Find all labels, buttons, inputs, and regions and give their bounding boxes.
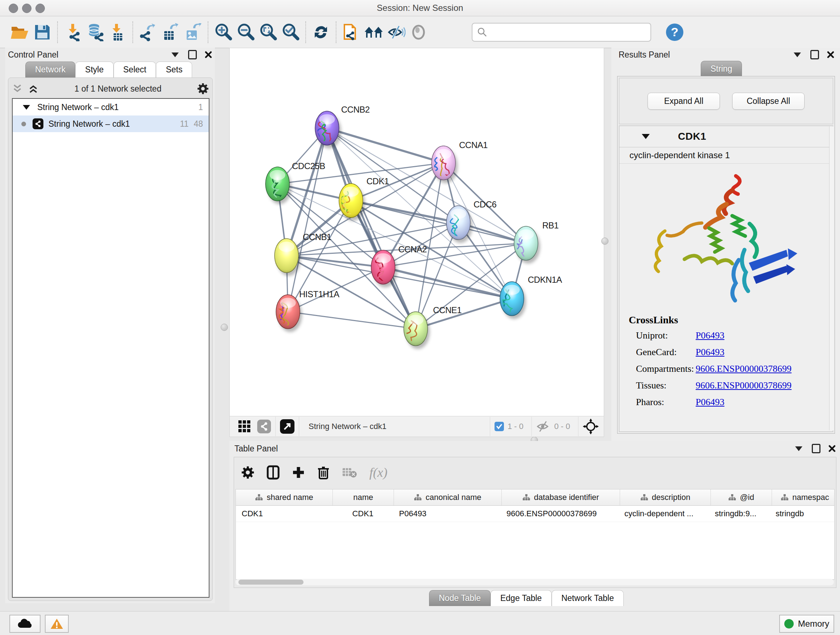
export-network-button[interactable] xyxy=(137,21,159,43)
scrollbar-thumb[interactable] xyxy=(238,580,303,585)
column-header[interactable]: @id xyxy=(711,489,772,505)
crosslink-link[interactable]: P06493 xyxy=(696,397,724,408)
create-column-icon[interactable] xyxy=(292,466,305,479)
view-share-icon[interactable] xyxy=(257,420,271,433)
tab-network-table[interactable]: Network Table xyxy=(552,590,624,606)
birdseye-view-icon[interactable] xyxy=(280,419,294,434)
table-settings-icon[interactable] xyxy=(241,466,254,479)
column-header[interactable]: name xyxy=(333,489,394,505)
network-row[interactable]: String Network – cdk1 11 48 xyxy=(13,116,209,132)
network-canvas[interactable]: CCNB2CCNA1CDC25BCDK1CDC6RB1CCNB1CCNA2CDK… xyxy=(229,48,604,416)
table-cell[interactable]: CDK1 xyxy=(332,506,393,522)
crosshair-icon[interactable] xyxy=(583,418,599,434)
column-header[interactable]: description xyxy=(620,489,711,505)
toolbar-separator xyxy=(336,21,336,43)
tree-expand-icon[interactable] xyxy=(23,105,30,110)
tab-sets[interactable]: Sets xyxy=(156,62,192,78)
node-label: HIST1H1A xyxy=(299,289,339,299)
save-session-button[interactable] xyxy=(31,21,54,43)
string-enhance-button[interactable] xyxy=(385,21,407,43)
network-node[interactable]: CCNA1 xyxy=(430,140,488,187)
table-cell[interactable]: stringdb:9... xyxy=(709,506,770,522)
crosslink-link[interactable]: P06493 xyxy=(696,347,724,358)
selected-checkbox[interactable] xyxy=(494,422,504,431)
network-node[interactable]: CDC25B xyxy=(265,161,325,206)
help-button[interactable]: ? xyxy=(663,21,686,43)
cloud-button[interactable] xyxy=(9,615,41,633)
tab-string[interactable]: String xyxy=(701,61,742,77)
import-network-from-file-button[interactable] xyxy=(62,21,84,43)
delete-columns-icon[interactable] xyxy=(317,465,330,480)
node-label: CDC25B xyxy=(292,161,325,171)
panel-close-icon[interactable] xyxy=(205,51,212,58)
crosslink-link[interactable]: P06493 xyxy=(696,330,724,341)
search-input[interactable] xyxy=(491,25,651,40)
splitter-handle[interactable] xyxy=(601,238,608,245)
protein-section-header[interactable]: CDK1 xyxy=(619,126,833,147)
network-edge xyxy=(288,128,327,312)
network-node[interactable]: CDKN1A xyxy=(497,275,562,319)
equation-builder-icon[interactable]: f(x) xyxy=(369,465,387,480)
tab-network[interactable]: Network xyxy=(25,62,75,78)
string-highlight-button[interactable] xyxy=(407,21,430,43)
network-options-gear-icon[interactable] xyxy=(197,83,209,95)
node-table: shared namenamecanonical namedatabase id… xyxy=(235,489,835,580)
open-session-button[interactable] xyxy=(9,21,31,43)
zoom-fit-button[interactable] xyxy=(257,21,279,43)
panel-collapse-icon[interactable] xyxy=(795,447,802,451)
expand-all-networks-icon[interactable] xyxy=(28,84,39,94)
tab-edge-table[interactable]: Edge Table xyxy=(491,590,552,606)
export-image-button[interactable] xyxy=(182,21,204,43)
table-cell[interactable]: P06493 xyxy=(393,506,501,522)
tab-select[interactable]: Select xyxy=(114,62,156,78)
import-network-from-database-button[interactable] xyxy=(84,21,106,43)
table-cell[interactable]: CDK1 xyxy=(236,506,332,522)
delete-table-icon[interactable] xyxy=(342,467,357,478)
horizontal-scrollbar[interactable] xyxy=(235,579,834,585)
section-collapse-icon[interactable] xyxy=(642,134,650,139)
panel-float-icon[interactable] xyxy=(188,50,197,59)
panel-collapse-icon[interactable] xyxy=(172,52,179,57)
table-row[interactable]: CDK1CDK1P064939606.ENSP00000378699cyclin… xyxy=(236,506,834,522)
panel-collapse-icon[interactable] xyxy=(794,52,801,57)
string-protein-query-button[interactable] xyxy=(340,21,363,43)
results-scrollbar[interactable] xyxy=(829,126,834,431)
zoom-selected-button[interactable] xyxy=(279,21,302,43)
import-table-from-file-button[interactable] xyxy=(106,21,129,43)
panel-close-icon[interactable] xyxy=(829,445,836,452)
column-header[interactable]: shared name xyxy=(236,489,333,505)
network-node[interactable]: CCNB2 xyxy=(307,105,370,149)
crosslink-link[interactable]: 9606.ENSP00000378699 xyxy=(696,380,791,391)
table-cell[interactable]: stringdb xyxy=(770,506,835,522)
collapse-all-button[interactable]: Collapse All xyxy=(732,93,805,110)
export-table-button[interactable] xyxy=(159,21,182,43)
tab-style[interactable]: Style xyxy=(75,62,113,78)
memory-button[interactable]: Memory xyxy=(779,615,834,633)
show-columns-icon[interactable] xyxy=(267,465,279,480)
panel-float-icon[interactable] xyxy=(810,50,819,59)
panel-close-icon[interactable] xyxy=(827,51,834,58)
table-cell[interactable]: 9606.ENSP00000378699 xyxy=(501,506,619,522)
warnings-button[interactable] xyxy=(45,615,69,633)
network-collection-row[interactable]: String Network – cdk1 1 xyxy=(13,99,209,116)
string-home-button[interactable] xyxy=(363,21,385,43)
column-type-icon xyxy=(414,494,422,501)
apply-preferred-layout-button[interactable] xyxy=(309,21,332,43)
view-grid-icon[interactable] xyxy=(238,420,251,433)
panel-float-icon[interactable] xyxy=(812,444,821,453)
column-header[interactable]: namespac xyxy=(772,489,835,505)
collapse-all-networks-icon[interactable] xyxy=(12,84,23,94)
tab-node-table[interactable]: Node Table xyxy=(429,590,491,606)
network-node[interactable]: HIST1H1A xyxy=(274,289,339,333)
node-label: CDC6 xyxy=(474,200,496,209)
node-label: CCNB1 xyxy=(303,232,332,242)
network-node[interactable]: RB1 xyxy=(514,220,559,264)
crosslink-link[interactable]: 9606.ENSP00000378699 xyxy=(696,363,791,374)
zoom-in-button[interactable] xyxy=(212,21,234,43)
table-cell[interactable]: cyclin-dependent ... xyxy=(619,506,709,522)
expand-all-button[interactable]: Expand All xyxy=(647,93,720,110)
column-header[interactable]: database identifier xyxy=(502,489,620,505)
zoom-out-button[interactable] xyxy=(234,21,257,43)
splitter-handle[interactable] xyxy=(221,324,228,331)
column-header[interactable]: canonical name xyxy=(394,489,502,505)
